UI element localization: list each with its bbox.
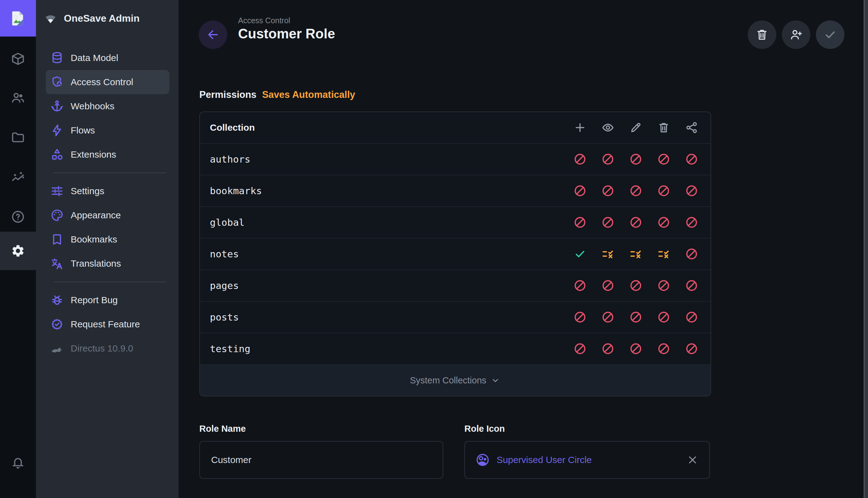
sidebar-item-label: Report Bug: [71, 295, 118, 305]
permission-delete-none[interactable]: [650, 302, 678, 332]
permission-create-none[interactable]: [566, 333, 594, 364]
permission-delete-none[interactable]: [650, 207, 678, 238]
palette-icon: [50, 208, 64, 222]
close-icon[interactable]: [687, 454, 698, 466]
sidebar-item-appearance[interactable]: Appearance: [46, 203, 169, 227]
permission-update-none[interactable]: [622, 270, 650, 301]
block-icon: [685, 311, 698, 324]
module-insights[interactable]: [0, 159, 36, 195]
block-icon: [574, 279, 587, 292]
block-icon: [657, 184, 670, 197]
permission-update-none[interactable]: [622, 333, 650, 364]
permission-share-none[interactable]: [678, 175, 705, 206]
permission-share-none[interactable]: [678, 238, 705, 270]
permission-create-none[interactable]: [566, 207, 594, 238]
permissions-heading-label: Permissions: [199, 89, 256, 100]
breadcrumb[interactable]: Access Control: [238, 16, 290, 25]
permission-delete-none[interactable]: [650, 270, 678, 301]
sidebar-item-bookmarks[interactable]: Bookmarks: [46, 227, 169, 251]
permission-delete-none[interactable]: [650, 175, 678, 206]
sidebar-item-label: Request Feature: [71, 319, 140, 329]
block-icon: [601, 342, 614, 355]
collection-name: notes: [200, 248, 239, 260]
permission-read-none[interactable]: [594, 302, 622, 332]
permission-read-custom[interactable]: [594, 238, 622, 270]
permission-create-none[interactable]: [566, 144, 594, 175]
permission-create-none[interactable]: [566, 175, 594, 206]
block-icon: [629, 184, 642, 197]
permission-share-none[interactable]: [678, 270, 705, 301]
sidebar-item-label: Data Model: [71, 53, 118, 63]
sidebar-item-report-bug[interactable]: Report Bug: [46, 288, 169, 312]
sidebar-item-flows[interactable]: Flows: [46, 118, 169, 143]
column-header-update: [622, 112, 650, 143]
permission-update-none[interactable]: [622, 144, 650, 175]
collection-name: posts: [200, 312, 239, 323]
collection-name: testing: [200, 343, 251, 354]
system-collections-toggle[interactable]: System Collections: [200, 364, 711, 396]
project-header[interactable]: OneSave Admin: [36, 0, 179, 37]
trash-icon: [755, 28, 769, 41]
sidebar-item-translations[interactable]: Translations: [46, 251, 169, 276]
module-settings[interactable]: [0, 232, 36, 270]
permission-delete-none[interactable]: [650, 144, 678, 175]
module-files[interactable]: [0, 120, 36, 156]
sidebar-item-settings[interactable]: Settings: [46, 179, 169, 203]
scrollbar[interactable]: [864, 0, 868, 498]
permission-create-none[interactable]: [566, 302, 594, 332]
shapes-icon: [50, 148, 64, 161]
permission-create-full[interactable]: [566, 238, 594, 270]
permission-read-none[interactable]: [594, 207, 622, 238]
role-icon-input[interactable]: Supervised User Circle: [464, 441, 710, 479]
column-header-read: [594, 112, 622, 143]
back-button[interactable]: [199, 21, 227, 49]
sidebar-item-request-feature[interactable]: Request Feature: [46, 312, 169, 336]
role-name-input[interactable]: Customer: [199, 441, 443, 479]
permission-read-none[interactable]: [594, 333, 622, 364]
permission-share-none[interactable]: [678, 333, 705, 364]
module-notifications[interactable]: [0, 445, 36, 481]
collection-name: pages: [200, 280, 239, 291]
sidebar-item-data-model[interactable]: Data Model: [46, 46, 169, 70]
module-users[interactable]: [0, 80, 36, 116]
block-icon: [601, 184, 614, 197]
table-header-row: Collection: [200, 112, 711, 143]
permission-delete-none[interactable]: [650, 333, 678, 364]
permission-update-custom[interactable]: [622, 238, 650, 270]
bell-icon: [11, 456, 25, 470]
permission-read-none[interactable]: [594, 144, 622, 175]
permissions-table: Collectionauthorsbookmarksglobalnotespag…: [199, 112, 711, 396]
permission-update-none[interactable]: [622, 175, 650, 206]
check-icon: [824, 28, 837, 41]
pencil-icon: [629, 121, 642, 134]
module-content[interactable]: [0, 41, 36, 77]
permission-share-none[interactable]: [678, 302, 705, 332]
sidebar-item-extensions[interactable]: Extensions: [46, 143, 169, 167]
permission-update-none[interactable]: [622, 207, 650, 238]
permission-share-none[interactable]: [678, 144, 705, 175]
project-logo[interactable]: [0, 0, 36, 37]
permission-delete-custom[interactable]: [650, 238, 678, 270]
sidebar-item-access-control[interactable]: Access Control: [46, 70, 169, 94]
box-icon: [11, 52, 25, 66]
permission-update-none[interactable]: [622, 302, 650, 332]
sidebar-item-label: Directus 10.9.0: [71, 343, 133, 354]
sidebar-item-directus-10-9-0[interactable]: Directus 10.9.0: [46, 336, 169, 361]
role-name-value: Customer: [200, 455, 252, 465]
save-button[interactable]: [816, 21, 844, 49]
autosave-note: Saves Automatically: [262, 89, 355, 100]
permission-read-none[interactable]: [594, 175, 622, 206]
invite-users-button[interactable]: [782, 21, 810, 49]
permission-share-none[interactable]: [678, 207, 705, 238]
sidebar-item-label: Bookmarks: [71, 234, 117, 245]
trash-icon: [657, 121, 670, 134]
permission-read-none[interactable]: [594, 270, 622, 301]
module-docs[interactable]: [0, 199, 36, 235]
permission-create-none[interactable]: [566, 270, 594, 301]
sidebar-item-webhooks[interactable]: Webhooks: [46, 94, 169, 118]
block-icon: [629, 342, 642, 355]
sidebar-divider: [53, 281, 166, 282]
delete-role-button[interactable]: [748, 21, 776, 49]
column-header-delete: [650, 112, 678, 143]
project-title: OneSave Admin: [64, 13, 140, 24]
